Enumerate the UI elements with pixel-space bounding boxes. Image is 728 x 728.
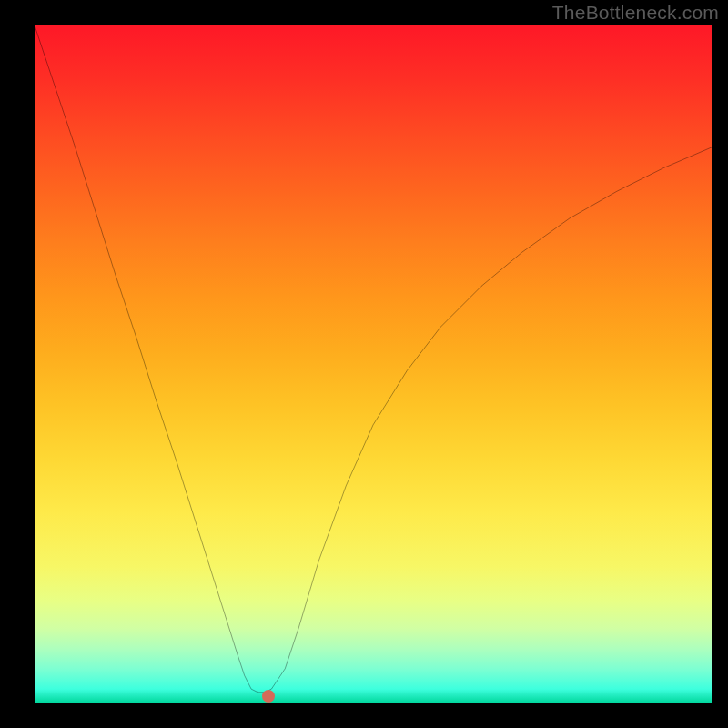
watermark-text: TheBottleneck.com [552, 2, 719, 24]
plot-area [35, 25, 712, 703]
chart-frame: TheBottleneck.com [0, 0, 728, 728]
bottleneck-curve [35, 25, 712, 693]
curve-svg [35, 25, 712, 703]
optimum-marker [262, 690, 275, 703]
